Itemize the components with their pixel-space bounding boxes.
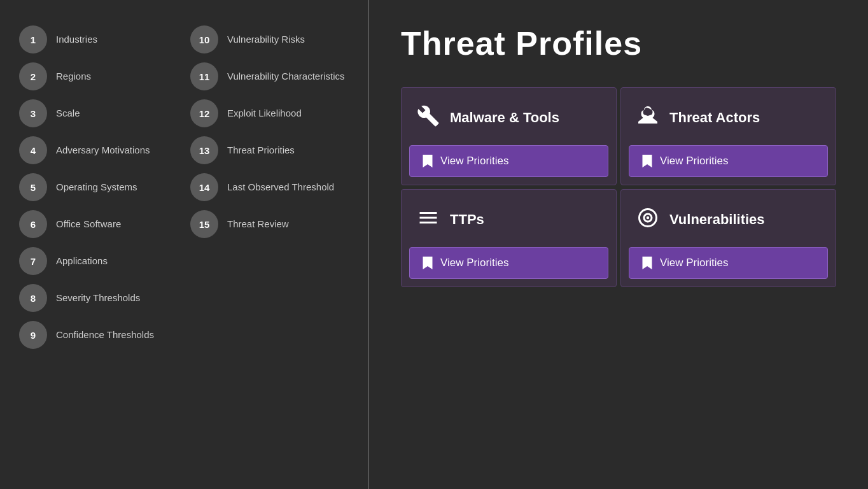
- list-item-13: 13 Threat Priorities: [190, 136, 349, 164]
- list-item-5: 5 Operating Systems: [19, 173, 178, 201]
- malware-btn-label: View Priorities: [440, 155, 508, 167]
- badge-3: 3: [19, 99, 47, 127]
- bookmark-icon-2: [642, 155, 652, 167]
- label-10: Vulnerability Risks: [227, 33, 305, 46]
- label-3: Scale: [56, 107, 80, 120]
- card-ttps-title: TTPs: [450, 211, 484, 228]
- label-13: Threat Priorities: [227, 144, 295, 157]
- malware-icon: [417, 104, 440, 132]
- list-item-11: 11 Vulnerability Characteristics: [190, 62, 349, 90]
- ttps-view-priorities-button[interactable]: View Priorities: [409, 247, 608, 279]
- label-7: Applications: [56, 255, 108, 267]
- card-actors: Threat Actors View Priorities: [620, 87, 836, 185]
- list-item-3: 3 Scale: [19, 99, 178, 127]
- card-malware: Malware & Tools View Priorities: [401, 87, 617, 185]
- list-item-7: 7 Applications: [19, 247, 178, 275]
- vulnerabilities-view-priorities-button[interactable]: View Priorities: [629, 247, 828, 279]
- ttps-icon: [417, 206, 440, 234]
- list-item-9: 9 Confidence Thresholds: [19, 321, 178, 349]
- vuln-btn-label: View Priorities: [660, 257, 728, 269]
- list-column-1: 1 Industries 2 Regions 3 Scale 4 Adversa…: [19, 25, 178, 464]
- badge-14: 14: [190, 173, 218, 201]
- card-actors-title: Threat Actors: [669, 110, 760, 126]
- badge-5: 5: [19, 173, 47, 201]
- badge-4: 4: [19, 136, 47, 164]
- label-4: Adversary Motivations: [56, 144, 150, 157]
- card-malware-title: Malware & Tools: [450, 110, 559, 126]
- right-panel: Threat Profiles Malware & Tools View Pri…: [369, 0, 868, 489]
- list-item-6: 6 Office Software: [19, 210, 178, 238]
- card-actors-header: Threat Actors: [621, 88, 836, 145]
- left-panel: 1 Industries 2 Regions 3 Scale 4 Adversa…: [0, 0, 369, 489]
- badge-10: 10: [190, 25, 218, 53]
- list-item-14: 14 Last Observed Threshold: [190, 173, 349, 201]
- list-item-15: 15 Threat Review: [190, 210, 349, 238]
- svg-point-0: [647, 216, 650, 219]
- label-1: Industries: [56, 33, 97, 46]
- list-item-4: 4 Adversary Motivations: [19, 136, 178, 164]
- badge-1: 1: [19, 25, 47, 53]
- badge-12: 12: [190, 99, 218, 127]
- card-malware-header: Malware & Tools: [402, 88, 616, 145]
- list-item-10: 10 Vulnerability Risks: [190, 25, 349, 53]
- actors-icon: [636, 104, 659, 132]
- badge-15: 15: [190, 210, 218, 238]
- list-item-8: 8 Severity Thresholds: [19, 284, 178, 312]
- badge-8: 8: [19, 284, 47, 312]
- list-column-2: 10 Vulnerability Risks 11 Vulnerability …: [190, 25, 349, 464]
- bookmark-icon: [423, 155, 433, 167]
- label-5: Operating Systems: [56, 181, 137, 194]
- actors-btn-label: View Priorities: [660, 155, 728, 167]
- badge-9: 9: [19, 321, 47, 349]
- actors-view-priorities-button[interactable]: View Priorities: [629, 145, 828, 177]
- list-item-12: 12 Exploit Likelihood: [190, 99, 349, 127]
- list-item-2: 2 Regions: [19, 62, 178, 90]
- label-14: Last Observed Threshold: [227, 181, 334, 194]
- badge-11: 11: [190, 62, 218, 90]
- ttps-btn-label: View Priorities: [440, 257, 508, 269]
- label-11: Vulnerability Characteristics: [227, 70, 345, 83]
- card-ttps: TTPs View Priorities: [401, 189, 617, 287]
- label-15: Threat Review: [227, 218, 289, 230]
- malware-view-priorities-button[interactable]: View Priorities: [409, 145, 608, 177]
- cards-grid: Malware & Tools View Priorities Threat A…: [401, 87, 836, 287]
- page-title: Threat Profiles: [401, 25, 836, 62]
- badge-13: 13: [190, 136, 218, 164]
- vulnerabilities-icon: [636, 206, 659, 234]
- bookmark-icon-3: [423, 257, 433, 269]
- label-9: Confidence Thresholds: [56, 329, 154, 341]
- badge-2: 2: [19, 62, 47, 90]
- badge-7: 7: [19, 247, 47, 275]
- card-ttps-header: TTPs: [402, 190, 616, 247]
- badge-6: 6: [19, 210, 47, 238]
- label-8: Severity Thresholds: [56, 292, 140, 304]
- card-vuln-header: Vulnerabilities: [621, 190, 836, 247]
- label-2: Regions: [56, 70, 91, 83]
- card-vulnerabilities: Vulnerabilities View Priorities: [620, 189, 836, 287]
- bookmark-icon-4: [642, 257, 652, 269]
- card-vuln-title: Vulnerabilities: [669, 211, 765, 228]
- label-6: Office Software: [56, 218, 121, 230]
- label-12: Exploit Likelihood: [227, 107, 302, 120]
- list-item-1: 1 Industries: [19, 25, 178, 53]
